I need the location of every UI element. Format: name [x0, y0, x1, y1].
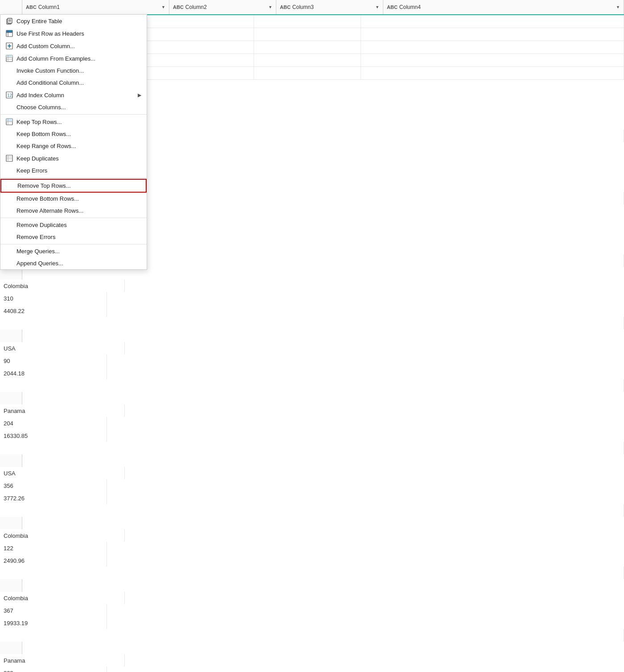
cell-col3: 2044.18 [0, 367, 107, 379]
menu-separator-4 [0, 244, 147, 244]
menu-item-add-index[interactable]: 123 Add Index Column ▶ [0, 89, 147, 101]
column-headers: ABC Column1 ▼ ABC Column2 ▼ ABC Column3 … [0, 0, 624, 15]
cell-col2: 223 [0, 667, 107, 672]
cell-col2 [147, 54, 254, 66]
menu-label-remove-duplicates: Remove Duplicates [16, 222, 67, 228]
col-header-3[interactable]: ABC Column3 ▼ [276, 0, 383, 14]
col1-type-icon: ABC [26, 4, 37, 10]
col-header-4[interactable]: ABC Column4 ▼ [383, 0, 624, 14]
menu-label-add-conditional: Add Conditional Column... [16, 79, 84, 86]
table-row: USA 356 3772.26 [0, 454, 624, 517]
col2-dropdown-icon[interactable]: ▼ [265, 5, 272, 9]
menu-item-remove-bottom-rows[interactable]: Remove Bottom Rows... [0, 193, 147, 205]
cell-col2 [147, 15, 254, 28]
cell-col4 [0, 504, 624, 517]
menu-item-keep-top-rows[interactable]: Keep Top Rows... [0, 115, 147, 128]
col3-dropdown-icon[interactable]: ▼ [372, 5, 379, 9]
menu-item-keep-duplicates[interactable]: Keep Duplicates [0, 152, 147, 165]
menu-item-merge-queries[interactable]: Merge Queries... [0, 245, 147, 257]
menu-label-keep-duplicates: Keep Duplicates [16, 155, 59, 162]
table-row: Colombia 367 19933.19 [0, 579, 624, 642]
cell-col3: 16330.85 [0, 429, 107, 442]
menu-label-remove-errors: Remove Errors [16, 234, 55, 240]
col3-type-icon: ABC [280, 4, 291, 10]
col1-dropdown-icon[interactable]: ▼ [158, 5, 165, 9]
add-index-icon: 123 [4, 91, 15, 99]
row-num [0, 392, 22, 404]
cell-col2: 356 [0, 479, 107, 492]
menu-item-choose-cols[interactable]: Choose Columns... [0, 101, 147, 113]
add-col-examples-icon [4, 55, 15, 62]
menu-item-keep-bottom-rows[interactable]: Keep Bottom Rows... [0, 128, 147, 140]
menu-item-add-col-examples[interactable]: Add Column From Examples... [0, 52, 147, 65]
cell-col4 [0, 442, 624, 454]
svg-rect-13 [6, 55, 12, 58]
cell-col3 [254, 41, 361, 54]
col4-label: Column4 [399, 4, 421, 10]
menu-label-append-queries: Append Queries... [16, 260, 63, 267]
cell-col2 [147, 28, 254, 41]
table-row: Colombia 122 2490.96 [0, 517, 624, 579]
cell-col3: 19933.19 [0, 617, 107, 629]
menu-item-remove-errors[interactable]: Remove Errors [0, 231, 147, 243]
cell-col4 [361, 54, 624, 66]
menu-item-append-queries[interactable]: Append Queries... [0, 257, 147, 269]
menu-item-remove-duplicates[interactable]: Remove Duplicates [0, 219, 147, 231]
row-num [0, 579, 22, 592]
menu-item-add-custom-col[interactable]: Add Custom Column... [0, 40, 147, 52]
menu-label-keep-errors: Keep Errors [16, 167, 47, 174]
cell-col4 [361, 15, 624, 28]
add-custom-col-icon [4, 42, 15, 49]
svg-rect-23 [6, 155, 12, 161]
cell-col4 [0, 317, 624, 330]
svg-rect-6 [6, 30, 12, 33]
menu-label-use-first-row: Use First Row as Headers [16, 30, 84, 37]
table-row: Panama 204 16330.85 [0, 392, 624, 454]
menu-separator-3 [0, 218, 147, 218]
cell-col2: 122 [0, 542, 107, 554]
menu-item-keep-range-rows[interactable]: Keep Range of Rows... [0, 140, 147, 152]
cell-col3: 3772.26 [0, 492, 107, 504]
cell-col3 [254, 54, 361, 66]
cell-col1: USA [0, 467, 125, 479]
col-header-1[interactable]: ABC Column1 ▼ [22, 0, 169, 14]
cell-col4 [361, 41, 624, 54]
menu-item-add-conditional[interactable]: Add Conditional Column... [0, 77, 147, 89]
menu-separator-1 [0, 114, 147, 115]
menu-item-use-first-row[interactable]: Use First Row as Headers [0, 27, 147, 40]
menu-item-keep-errors[interactable]: Keep Errors [0, 165, 147, 177]
menu-label-remove-alternate-rows: Remove Alternate Rows... [16, 207, 83, 214]
col3-label: Column3 [292, 4, 314, 10]
cell-col2: 204 [0, 417, 107, 429]
use-first-row-icon [4, 30, 15, 37]
cell-col2 [147, 41, 254, 54]
menu-item-copy-table[interactable]: Copy Entire Table [0, 15, 147, 27]
menu-label-keep-bottom-rows: Keep Bottom Rows... [16, 131, 71, 137]
menu-label-copy-table: Copy Entire Table [16, 18, 62, 25]
menu-label-invoke-custom: Invoke Custom Function... [16, 67, 84, 74]
menu-label-merge-queries: Merge Queries... [16, 248, 60, 255]
menu-item-invoke-custom[interactable]: Invoke Custom Function... [0, 65, 147, 77]
menu-item-remove-alternate-rows[interactable]: Remove Alternate Rows... [0, 205, 147, 217]
context-menu: Copy Entire Table Use First Row as Heade… [0, 14, 147, 270]
col4-type-icon: ABC [387, 4, 398, 10]
cell-col4 [0, 629, 624, 642]
col4-dropdown-icon[interactable]: ▼ [612, 5, 620, 9]
cell-col2: 90 [0, 355, 107, 367]
row-num [0, 642, 22, 654]
copy-table-icon [4, 17, 15, 25]
keep-duplicates-icon [4, 155, 15, 162]
col2-type-icon: ABC [173, 4, 184, 10]
col1-label: Column1 [38, 4, 60, 10]
cell-col1: Colombia [0, 592, 125, 604]
cell-col1: Panama [0, 404, 125, 417]
menu-label-keep-range-rows: Keep Range of Rows... [16, 143, 76, 149]
menu-item-remove-top-rows[interactable]: Remove Top Rows... [0, 179, 147, 193]
cell-col4 [0, 567, 624, 579]
menu-label-keep-top-rows: Keep Top Rows... [16, 119, 62, 125]
add-index-submenu-icon: ▶ [138, 92, 141, 98]
cell-col3: 2490.96 [0, 554, 107, 567]
table-row: Panama 223 13834.04 [0, 642, 624, 672]
col-header-2[interactable]: ABC Column2 ▼ [169, 0, 276, 14]
svg-text:123: 123 [7, 93, 13, 98]
